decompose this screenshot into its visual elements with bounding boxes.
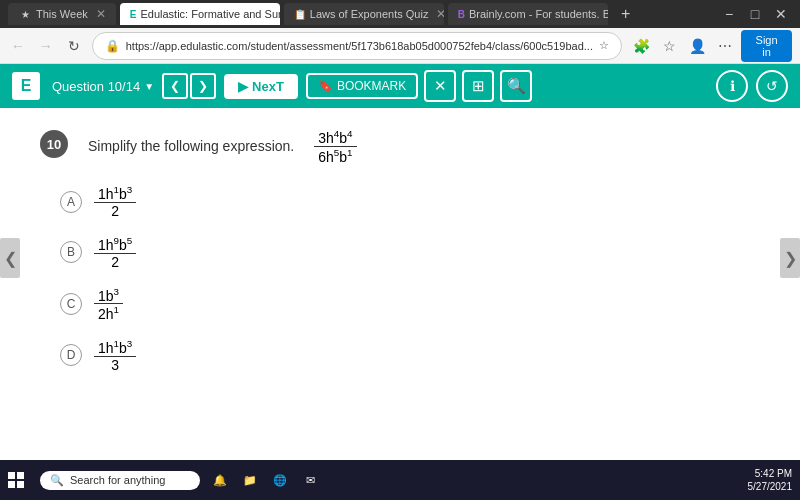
option-a[interactable]: A 1h1b3 2 <box>60 184 760 219</box>
window-controls: − □ ✕ <box>718 3 792 25</box>
close-button[interactable]: ✕ <box>770 3 792 25</box>
calendar-icon-button[interactable]: ⊞ <box>462 70 494 102</box>
profile-icon[interactable]: 👤 <box>686 33 710 59</box>
expression-denominator: 6h5b1 <box>314 147 356 165</box>
option-b-numerator: 1h9b5 <box>94 235 136 253</box>
option-b-fraction: 1h9b5 2 <box>94 235 136 270</box>
option-b-denominator: 2 <box>107 254 123 270</box>
refresh-button[interactable]: ↺ <box>756 70 788 102</box>
url-star-icon: ☆ <box>599 39 609 52</box>
taskbar-right: 5:42 PM 5/27/2021 <box>748 467 801 493</box>
signin-button[interactable]: Sign in <box>741 30 792 62</box>
option-d[interactable]: D 1h1b3 3 <box>60 338 760 373</box>
tab1-favicon: ★ <box>18 7 32 21</box>
maximize-button[interactable]: □ <box>744 3 766 25</box>
tab2-favicon: E <box>130 7 137 21</box>
search-icon: 🔍 <box>507 77 526 95</box>
nav-arrows: ❮ ❯ <box>162 73 216 99</box>
next-arrow-icon: ▶ <box>238 79 248 94</box>
browser-tab-2[interactable]: E Edulastic: Formative and Summ… ✕ <box>120 3 280 25</box>
next-button[interactable]: ▶ NexT <box>224 74 298 99</box>
close-icon: ✕ <box>434 77 447 95</box>
tab3-close[interactable]: ✕ <box>436 7 443 21</box>
option-c-denominator: 2h1 <box>94 304 123 322</box>
option-c-letter: C <box>60 293 82 315</box>
browser-tab-4[interactable]: B Brainly.com - For students. By s… ✕ <box>448 3 608 25</box>
info-button[interactable]: ℹ <box>716 70 748 102</box>
time-display: 5:42 PM <box>748 467 793 480</box>
edulastic-logo: E <box>12 72 40 100</box>
taskbar-search-text: Search for anything <box>70 474 165 486</box>
taskbar-search-icon: 🔍 <box>50 474 64 487</box>
toolbar-right: ℹ ↺ <box>716 70 788 102</box>
refresh-icon: ↺ <box>766 78 778 94</box>
question-text: Simplify the following expression. <box>88 138 294 154</box>
favorites-icon[interactable]: ☆ <box>658 33 682 59</box>
back-button[interactable]: ← <box>8 32 28 60</box>
date-display: 5/27/2021 <box>748 480 793 493</box>
task-icon-1[interactable]: 🔔 <box>208 468 232 492</box>
svg-rect-2 <box>8 481 15 488</box>
tab4-label: Brainly.com - For students. By s… <box>469 8 608 20</box>
expression-numerator: 3h4b4 <box>314 128 356 146</box>
bookmark-icon: 🔖 <box>318 79 333 93</box>
address-bar: ← → ↻ 🔒 https://app.edulastic.com/studen… <box>0 28 800 64</box>
task-icon-4[interactable]: ✉ <box>298 468 322 492</box>
tab3-label: Laws of Exponents Quiz <box>310 8 429 20</box>
bookmark-label: BOOKMARK <box>337 79 406 93</box>
browser-tab-3[interactable]: 📋 Laws of Exponents Quiz ✕ <box>284 3 444 25</box>
title-bar: ★ This Week ✕ E Edulastic: Formative and… <box>0 0 800 28</box>
question-dropdown[interactable]: ▼ <box>144 81 154 92</box>
option-b-letter: B <box>60 241 82 263</box>
close-icon-button[interactable]: ✕ <box>424 70 456 102</box>
option-b[interactable]: B 1h9b5 2 <box>60 235 760 270</box>
browser-tab-1[interactable]: ★ This Week ✕ <box>8 3 116 25</box>
question-label: Question 10/14 <box>52 79 140 94</box>
option-d-denominator: 3 <box>107 357 123 373</box>
forward-button[interactable]: → <box>36 32 56 60</box>
question-body: Simplify the following expression. 3h4b4… <box>88 128 357 164</box>
url-bar[interactable]: 🔒 https://app.edulastic.com/student/asse… <box>92 32 622 60</box>
settings-icon[interactable]: ⋯ <box>713 33 737 59</box>
start-button[interactable] <box>0 464 32 496</box>
url-text: https://app.edulastic.com/student/assess… <box>126 40 593 52</box>
task-icon-2[interactable]: 📁 <box>238 468 262 492</box>
info-icon: ℹ <box>730 78 735 94</box>
tab4-favicon: B <box>458 7 465 21</box>
next-label: NexT <box>252 79 284 94</box>
prev-arrow[interactable]: ❮ <box>0 238 20 278</box>
new-tab-button[interactable]: + <box>612 3 640 25</box>
taskbar-search[interactable]: 🔍 Search for anything <box>40 471 200 490</box>
lock-icon: 🔒 <box>105 39 120 53</box>
next-arrow[interactable]: ❯ <box>780 238 800 278</box>
option-c[interactable]: C 1b3 2h1 <box>60 286 760 322</box>
browser-window: ★ This Week ✕ E Edulastic: Formative and… <box>0 0 800 460</box>
tab1-label: This Week <box>36 8 88 20</box>
toolbar-actions: 🔖 BOOKMARK ✕ ⊞ 🔍 <box>306 70 532 102</box>
taskbar: 🔍 Search for anything 🔔 📁 🌐 ✉ 5:42 PM 5/… <box>0 460 800 500</box>
bookmark-button[interactable]: 🔖 BOOKMARK <box>306 73 418 99</box>
svg-rect-0 <box>8 472 15 479</box>
option-d-numerator: 1h1b3 <box>94 338 136 356</box>
content-area: ❮ ❯ 10 Simplify the following expression… <box>0 108 800 409</box>
next-question-button[interactable]: ❯ <box>190 73 216 99</box>
reload-button[interactable]: ↻ <box>64 32 84 60</box>
answer-options: A 1h1b3 2 B 1h9b5 2 <box>60 184 760 372</box>
question-navigation: Question 10/14 ▼ <box>52 79 154 94</box>
search-icon-button[interactable]: 🔍 <box>500 70 532 102</box>
option-c-fraction: 1b3 2h1 <box>94 286 123 322</box>
question-number: 10 <box>40 130 68 158</box>
address-bar-actions: 🧩 ☆ 👤 ⋯ Sign in <box>630 30 792 62</box>
option-a-fraction: 1h1b3 2 <box>94 184 136 219</box>
option-c-numerator: 1b3 <box>94 286 123 304</box>
prev-question-button[interactable]: ❮ <box>162 73 188 99</box>
svg-rect-1 <box>17 472 24 479</box>
option-a-numerator: 1h1b3 <box>94 184 136 202</box>
tab1-close[interactable]: ✕ <box>96 7 106 21</box>
svg-rect-3 <box>17 481 24 488</box>
task-icon-3[interactable]: 🌐 <box>268 468 292 492</box>
taskbar-time: 5:42 PM 5/27/2021 <box>748 467 793 493</box>
extensions-icon[interactable]: 🧩 <box>630 33 654 59</box>
option-a-letter: A <box>60 191 82 213</box>
minimize-button[interactable]: − <box>718 3 740 25</box>
